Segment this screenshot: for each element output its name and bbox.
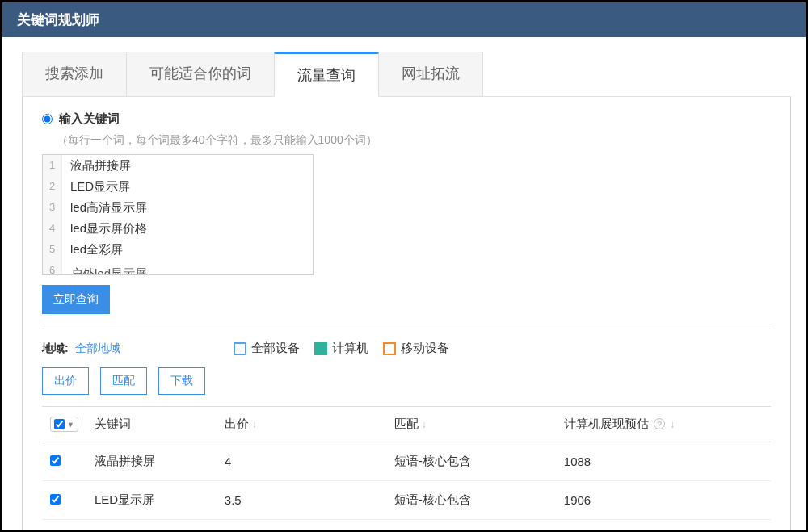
table-row: LED显示屏 3.5 短语-核心包含 1906: [42, 481, 771, 520]
tab-traffic-query[interactable]: 流量查询: [274, 52, 379, 97]
line-number: 3: [43, 197, 62, 218]
query-panel: 输入关键词 （每行一个词，每个词最多40个字符，最多只能输入1000个词） 1 …: [22, 97, 791, 532]
tab-search-add[interactable]: 搜索添加: [22, 52, 127, 96]
main-tabs: 搜索添加 可能适合你的词 流量查询 网址拓流: [22, 52, 791, 97]
col-impressions[interactable]: 计算机展现预估 ?↓: [556, 407, 771, 442]
match-button[interactable]: 匹配: [100, 367, 147, 395]
input-keywords-label: 输入关键词: [59, 111, 120, 127]
keyword-text[interactable]: led全彩屏: [62, 242, 123, 258]
tab-suggested[interactable]: 可能适合你的词: [126, 52, 275, 96]
input-keywords-radio[interactable]: [42, 114, 53, 124]
cell-keyword: 液晶拼接屏: [86, 442, 217, 481]
square-icon: [383, 342, 396, 355]
line-number: 4: [43, 218, 62, 239]
app-title: 关键词规划师: [2, 2, 806, 37]
editor-line: 2 LED显示屏: [43, 176, 313, 197]
filter-row: 地域: 全部地域 全部设备 计算机 移动设备: [42, 329, 771, 367]
row-checkbox[interactable]: [50, 494, 61, 505]
device-legend: 全部设备 计算机 移动设备: [234, 341, 449, 356]
cell-keyword: LED显示屏: [86, 481, 217, 520]
sort-icon: ↓: [252, 419, 257, 430]
action-buttons: 出价 匹配 下载: [42, 367, 771, 406]
sort-icon: ↓: [670, 419, 675, 430]
line-number: 2: [43, 176, 62, 197]
cell-bid: 4: [217, 442, 386, 481]
input-hint: （每行一个词，每个词最多40个字符，最多只能输入1000个词）: [57, 133, 771, 148]
editor-line: 5 led全彩屏: [43, 239, 313, 260]
col-bid[interactable]: 出价↓: [217, 407, 386, 442]
cell-bid: 3.5: [217, 481, 386, 520]
cell-match: 短语-核心包含: [386, 481, 556, 520]
bid-button[interactable]: 出价: [42, 367, 89, 395]
editor-line: 6 户外led显示屏: [43, 260, 313, 275]
region-selector[interactable]: 全部地域: [75, 341, 120, 356]
device-all[interactable]: 全部设备: [234, 341, 300, 356]
keyword-text[interactable]: 户外led显示屏: [62, 266, 147, 276]
row-checkbox[interactable]: [50, 455, 61, 466]
query-button[interactable]: 立即查询: [42, 285, 110, 314]
region-label: 地域:: [42, 341, 69, 356]
square-icon: [314, 342, 327, 355]
help-icon[interactable]: ?: [654, 418, 665, 429]
col-keyword[interactable]: 关键词: [86, 407, 217, 442]
sort-icon: ↓: [422, 419, 427, 430]
tab-url-expand[interactable]: 网址拓流: [378, 52, 483, 96]
select-all-checkbox[interactable]: [54, 419, 65, 429]
download-button[interactable]: 下载: [158, 367, 205, 395]
keyword-text[interactable]: 液晶拼接屏: [62, 158, 131, 174]
chevron-down-icon[interactable]: ▼: [67, 421, 74, 429]
table-row: 液晶拼接屏 4 短语-核心包含 1088: [42, 442, 771, 481]
col-select-all[interactable]: ▼: [42, 407, 86, 442]
line-number: 6: [43, 260, 62, 275]
editor-line: 3 led高清显示屏: [43, 197, 313, 218]
col-match[interactable]: 匹配↓: [386, 407, 556, 442]
cell-match: 短语-核心包含: [386, 442, 556, 481]
cell-impressions: 1906: [556, 481, 771, 520]
line-number: 5: [43, 239, 62, 260]
line-number: 1: [43, 155, 62, 176]
square-icon: [234, 342, 246, 355]
keyword-text[interactable]: LED显示屏: [62, 179, 130, 195]
device-pc[interactable]: 计算机: [314, 341, 368, 356]
editor-line: 1 液晶拼接屏: [43, 155, 313, 176]
keywords-editor[interactable]: 1 液晶拼接屏 2 LED显示屏 3 led高清显示屏 4 led显示屏价格 5: [42, 154, 314, 275]
keyword-text[interactable]: led高清显示屏: [62, 200, 147, 216]
cell-impressions: 1088: [556, 442, 771, 481]
device-mobile[interactable]: 移动设备: [383, 341, 449, 356]
keyword-text[interactable]: led显示屏价格: [62, 221, 147, 237]
results-table: ▼ 关键词 出价↓ 匹配↓ 计算机展现预估 ?↓ 液晶拼接屏 4 短语-核心包含: [42, 406, 771, 520]
editor-line: 4 led显示屏价格: [43, 218, 313, 239]
